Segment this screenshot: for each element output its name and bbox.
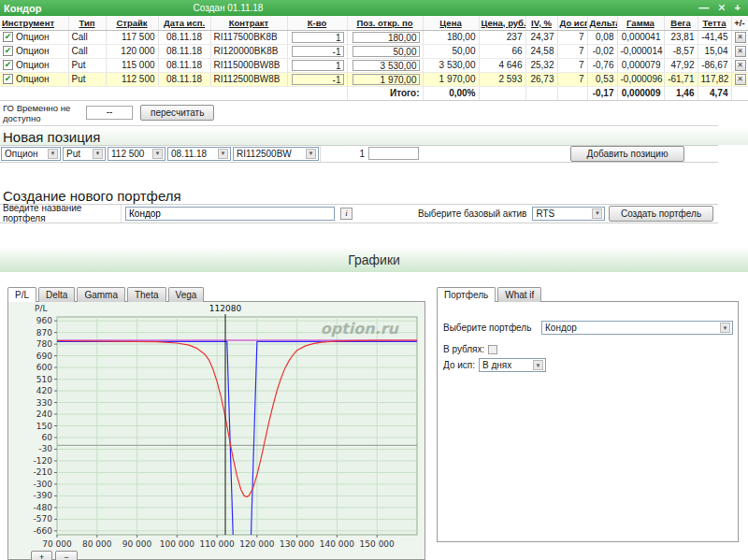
svg-text:130 000: 130 000 — [280, 539, 314, 549]
instrument-label: Опцион — [16, 74, 50, 84]
col-header-gamma[interactable]: Гамма — [617, 16, 664, 30]
new-position-row: Опцион▼ Put▼ 112 500▼ 08.11.18▼ RI112500… — [0, 145, 718, 163]
base-asset-select[interactable]: RTS▼ — [532, 207, 605, 221]
svg-text:80 000: 80 000 — [82, 539, 112, 549]
portfolio-select-row: Выберите портфель Кондор▼ — [443, 321, 738, 335]
expiry-date-select[interactable]: 08.11.18▼ — [167, 147, 231, 161]
col-header-strike[interactable]: Страйк — [106, 16, 158, 30]
col-header-type[interactable]: Тип — [68, 16, 106, 30]
col-header-price-rub[interactable]: Цена, руб. — [479, 16, 525, 30]
tab-gamma[interactable]: Gamma — [77, 287, 125, 302]
cell-vega: 23,81 — [664, 30, 698, 44]
tab-pl[interactable]: P/L — [7, 287, 36, 302]
new-portfolio-row: Введите название портфеля i Выберите баз… — [0, 204, 718, 223]
cell-type: Call — [68, 30, 106, 44]
col-header-iv[interactable]: IV, % — [525, 16, 557, 30]
option-side-select[interactable]: Put▼ — [63, 147, 106, 161]
new-position-price-input[interactable] — [368, 147, 419, 160]
chevron-down-icon: ▼ — [48, 149, 58, 159]
position-type-select[interactable]: Опцион▼ — [1, 147, 61, 161]
col-header-price[interactable]: Цена — [423, 16, 479, 30]
table-header-row: Инструмент Тип Страйк Дата исп. Контракт… — [0, 16, 748, 30]
delete-icon: ✕ — [737, 33, 743, 41]
window-controls: — ✕ + — [698, 2, 748, 14]
position-checkbox[interactable]: ✔ — [3, 74, 13, 84]
qty-input[interactable]: -1 — [292, 46, 344, 57]
delete-row-button[interactable]: ✕ — [735, 32, 746, 43]
tab-delta[interactable]: Delta — [38, 287, 75, 302]
right-panel-tabs: Портфель What if — [437, 287, 543, 302]
cell-type: Call — [68, 44, 106, 58]
col-header-open[interactable]: Поз. откр. по — [347, 16, 423, 30]
delete-row-button[interactable]: ✕ — [735, 60, 746, 71]
position-checkbox[interactable]: ✔ — [3, 32, 13, 42]
svg-text:510: 510 — [36, 375, 52, 384]
minimize-icon[interactable]: — — [698, 2, 709, 14]
delete-row-button[interactable]: ✕ — [735, 46, 746, 57]
svg-text:-210: -210 — [34, 467, 53, 477]
qty-input[interactable]: -1 — [292, 74, 344, 85]
qty-input[interactable]: 1 — [292, 32, 344, 43]
qty-input[interactable]: 1 — [292, 60, 344, 71]
col-header-vega[interactable]: Вега — [664, 16, 698, 30]
cell-type: Put — [68, 58, 106, 72]
tab-whatif[interactable]: What if — [497, 287, 541, 302]
days-select[interactable]: В днях▼ — [479, 358, 546, 372]
rubles-checkbox[interactable] — [488, 345, 497, 354]
go-value-field[interactable]: -- — [86, 106, 133, 120]
close-icon[interactable]: ✕ — [717, 2, 726, 14]
zoom-out-button[interactable]: − — [55, 551, 77, 560]
col-header-date[interactable]: Дата исп. — [158, 16, 210, 30]
new-position-heading: Новая позиция — [0, 126, 748, 145]
zoom-in-button[interactable]: + — [31, 551, 52, 560]
cell-qty: -1 — [287, 72, 347, 86]
create-portfolio-button[interactable]: Создать портфель — [609, 206, 713, 222]
open-price-input[interactable]: 50,00 — [352, 46, 420, 57]
position-checkbox[interactable]: ✔ — [3, 46, 13, 56]
col-header-instrument[interactable]: Инструмент — [0, 16, 68, 30]
contract-select[interactable]: RI112500BW▼ — [233, 147, 319, 161]
col-header-delta[interactable]: Дельта — [587, 16, 617, 30]
tab-theta[interactable]: Theta — [127, 287, 166, 302]
tab-portfolio[interactable]: Портфель — [437, 287, 496, 302]
open-price-input[interactable]: 1 970,00 — [352, 74, 420, 85]
svg-text:70 000: 70 000 — [42, 539, 72, 549]
cell-strike: 115 000 — [106, 58, 158, 72]
delete-row-button[interactable]: ✕ — [735, 74, 746, 85]
col-header-days[interactable]: До исп. — [557, 16, 587, 30]
svg-text:690: 690 — [36, 352, 52, 361]
svg-text:P/L: P/L — [35, 304, 47, 313]
portfolio-name-input[interactable] — [125, 207, 335, 221]
add-icon[interactable]: + — [735, 2, 741, 14]
svg-text:870: 870 — [36, 328, 52, 337]
check-icon: ✔ — [5, 75, 12, 83]
svg-text:330: 330 — [36, 398, 52, 408]
svg-text:780: 780 — [36, 339, 52, 349]
open-price-input[interactable]: 3 530,00 — [352, 60, 420, 71]
cell-contract: RI112500BW8B — [210, 72, 287, 86]
totals-label: Итого: — [347, 86, 423, 100]
strike-select[interactable]: 112 500▼ — [108, 147, 165, 161]
svg-text:-300: -300 — [34, 480, 53, 489]
days-row: До исп: В днях▼ — [443, 358, 738, 372]
recalculate-button[interactable]: пересчитать — [140, 105, 214, 121]
portfolio-select[interactable]: Кондор▼ — [541, 321, 733, 335]
cell-date: 08.11.18 — [158, 30, 210, 44]
cell-instrument: ✔Опцион — [0, 30, 68, 44]
svg-text:112080: 112080 — [209, 304, 242, 313]
add-position-button[interactable]: Добавить позицию — [570, 146, 684, 162]
position-checkbox[interactable]: ✔ — [3, 60, 13, 70]
rubles-label: В рублях: — [443, 344, 484, 354]
base-asset-value: RTS — [536, 208, 554, 219]
tab-vega[interactable]: Vega — [168, 287, 205, 302]
new-position-qty[interactable]: 1 — [320, 146, 368, 162]
col-header-theta[interactable]: Тетта — [698, 16, 731, 30]
svg-text:420: 420 — [36, 386, 52, 395]
col-header-qty[interactable]: К-во — [287, 16, 347, 30]
positions-table: Инструмент Тип Страйк Дата исп. Контракт… — [0, 16, 748, 101]
col-header-contract[interactable]: Контракт — [210, 16, 287, 30]
open-price-input[interactable]: 180,00 — [352, 32, 420, 43]
info-icon[interactable]: i — [340, 208, 352, 220]
svg-text:-30: -30 — [38, 444, 52, 453]
cell-iv: 24,58 — [525, 44, 557, 58]
